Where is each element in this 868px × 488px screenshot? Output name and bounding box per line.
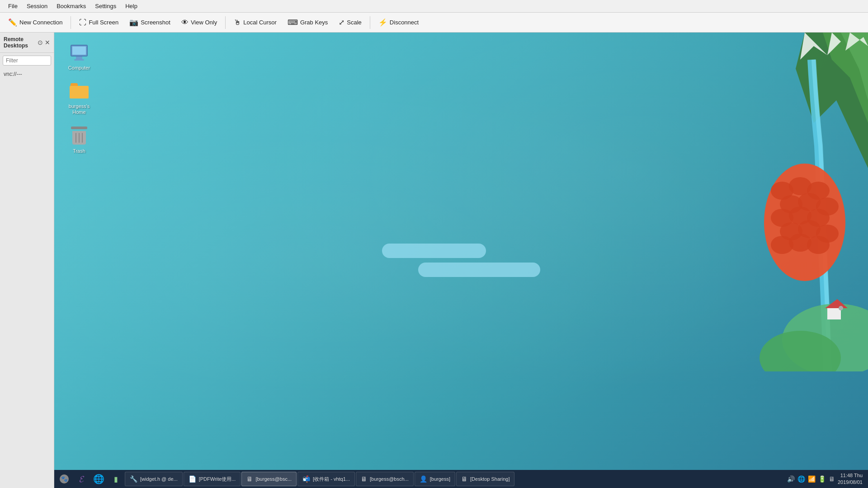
local-cursor-button[interactable]: 🖱 Local Cursor [229,16,281,29]
loading-widget [382,244,540,277]
full-screen-button[interactable]: ⛶ Full Screen [75,16,123,29]
taskbar: 🐾 𝓔 🌐 ▮ 🔧 [widget.h @ de... 📄 [PDFWrite使… [54,470,868,488]
toolbar-separator-1 [71,16,71,29]
main-layout: Remote Desktops ⊙ ✕ vnc://--- [0,33,868,488]
clock-time: 11:48 Thu [838,472,863,479]
toolbar: ✏️ New Connection ⛶ Full Screen 📷 Screen… [0,13,868,33]
toolbar-separator-2 [225,16,226,29]
desktop-background: Computer burgess'sHome [54,33,868,488]
clock-date: 2019/08/01 [838,479,863,486]
menu-file[interactable]: File [4,1,22,11]
taskbar-task-0[interactable]: 🔧 [widget.h @ de... [125,472,183,486]
local-cursor-icon: 🖱 [234,19,241,27]
task-6-label: [Desktop Sharing] [470,476,509,482]
system-tray: 🔊 🌐 📶 🔋 🖥 11:48 Thu 2019/08/01 [783,472,866,486]
grab-keys-button[interactable]: ⌨ Grab Keys [283,16,332,29]
taskbar-launcher-whisker[interactable]: 🐾 [56,472,72,486]
grab-keys-icon: ⌨ [288,18,298,27]
taskbar-launcher-emacs[interactable]: 𝓔 [73,472,90,486]
sidebar-connection[interactable]: vnc://--- [0,68,54,80]
loading-bar-bottom [418,263,540,277]
menu-bar: File Session Bookmarks Settings Help [0,0,868,13]
task-4-label: [burgess@bsch... [370,476,409,482]
tray-network-icon[interactable]: 🌐 [797,475,805,483]
trash-icon [68,125,90,146]
tray-display-icon[interactable]: 🖥 [829,475,835,483]
task-3-icon: 📬 [302,475,310,483]
clock: 11:48 Thu 2019/08/01 [838,472,863,486]
sidebar-close-icon[interactable]: ✕ [45,39,50,46]
svg-point-21 [807,236,830,254]
home-label: burgess'sHome [69,103,90,115]
full-screen-icon: ⛶ [79,19,86,27]
sidebar-pin-icon[interactable]: ⊙ [38,39,43,46]
taskbar-launcher-terminal[interactable]: ▮ [108,472,124,486]
tray-wifi-icon[interactable]: 📶 [808,475,816,483]
task-1-icon: 📄 [189,475,196,483]
task-6-icon: 🖥 [461,475,467,483]
task-5-icon: 👤 [420,475,427,483]
screenshot-icon: 📷 [129,18,138,27]
view-only-icon: 👁 [181,19,189,27]
taskbar-launcher-browser[interactable]: 🌐 [90,472,107,486]
svg-rect-24 [827,308,841,319]
disconnect-button[interactable]: ⚡ Disconnect [374,16,423,29]
new-connection-icon: ✏️ [8,18,17,27]
taskbar-task-6[interactable]: 🖥 [Desktop Sharing] [456,472,514,486]
desktop-icon-home[interactable]: burgess'sHome [63,80,95,115]
sidebar-header-icons: ⊙ ✕ [38,39,50,46]
remote-desktop-area[interactable]: Computer burgess'sHome [54,33,868,488]
taskbar-task-1[interactable]: 📄 [PDFWrite使用... [184,472,241,486]
menu-help[interactable]: Help [121,1,142,11]
scale-button[interactable]: ⤢ Scale [334,16,366,29]
svg-text:🐾: 🐾 [61,475,68,482]
view-only-button[interactable]: 👁 View Only [177,16,222,29]
task-4-icon: 🖥 [361,475,367,483]
screenshot-button[interactable]: 📷 Screenshot [125,16,175,29]
scale-icon: ⤢ [339,18,344,27]
tray-audio-icon[interactable]: 🔊 [787,475,795,483]
menu-session[interactable]: Session [22,1,52,11]
taskbar-task-4[interactable]: 🖥 [burgess@bsch... [356,472,414,486]
menu-bookmarks[interactable]: Bookmarks [52,1,90,11]
scenery-decoration [723,33,868,371]
loading-bar-top [382,244,486,258]
task-2-icon: 🖥 [246,475,253,483]
sidebar-header: Remote Desktops ⊙ ✕ [0,33,54,53]
tray-battery-icon[interactable]: 🔋 [818,475,826,483]
toolbar-separator-3 [370,16,370,29]
menu-settings[interactable]: Settings [90,1,121,11]
desktop-icons: Computer burgess'sHome [63,42,95,154]
desktop-icon-computer[interactable]: Computer [63,42,95,71]
filter-input[interactable] [3,56,51,66]
task-5-label: [burgess] [430,476,450,482]
taskbar-task-2[interactable]: 🖥 [burgess@bsc... [241,472,297,486]
task-1-label: [PDFWrite使用... [199,476,236,483]
sidebar: Remote Desktops ⊙ ✕ vnc://--- [0,33,54,488]
task-2-label: [burgess@bsc... [255,476,292,482]
taskbar-task-5[interactable]: 👤 [burgess] [415,472,455,486]
disconnect-icon: ⚡ [378,18,387,27]
desktop-icon-trash[interactable]: Trash [63,125,95,154]
task-0-label: [widget.h @ de... [140,476,178,482]
task-0-icon: 🔧 [130,475,137,483]
computer-icon [68,42,90,63]
taskbar-task-3[interactable]: 📬 [收件箱 - vhtq1... [297,472,355,486]
trash-label: Trash [73,148,85,154]
new-connection-button[interactable]: ✏️ New Connection [4,16,67,29]
svg-point-26 [839,306,843,310]
computer-label: Computer [68,65,90,71]
sidebar-title: Remote Desktops [4,36,38,49]
task-3-label: [收件箱 - vhtq1... [313,476,350,483]
folder-icon [68,80,90,102]
